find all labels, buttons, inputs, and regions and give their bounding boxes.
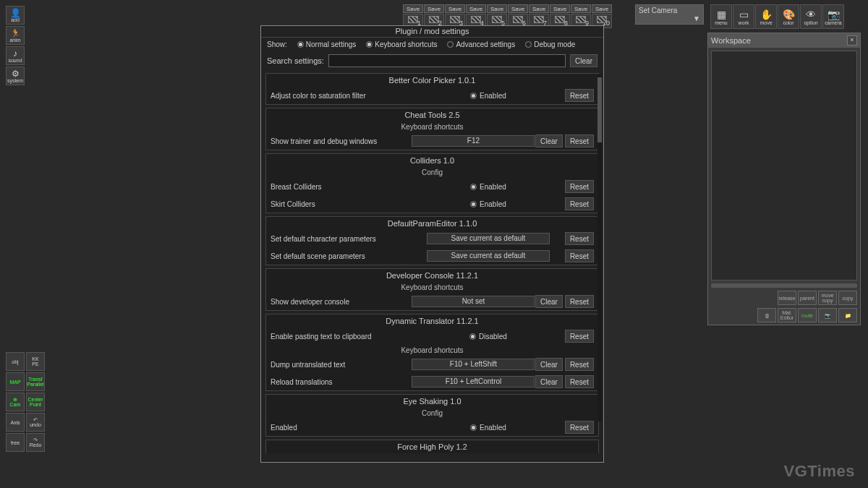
free-btn[interactable]: free	[6, 433, 25, 452]
setting-label: Skirt Colliders	[271, 200, 412, 208]
save-button-5[interactable]: Save	[487, 4, 507, 13]
setting-value[interactable]: Save current as default	[427, 233, 550, 244]
copy-tool[interactable]: copy	[838, 291, 857, 305]
save-button-9[interactable]: Save	[571, 4, 591, 13]
reset-button[interactable]: Reset	[565, 197, 594, 210]
center-point-btn[interactable]: Center Point	[26, 393, 45, 411]
setting-value[interactable]: F10 + LeftControl	[412, 376, 535, 388]
release-tool[interactable]: release	[778, 291, 796, 305]
save-button-1[interactable]: Save	[403, 4, 423, 13]
workspace-scrollbar[interactable]	[711, 283, 857, 288]
modal-scrollbar[interactable]	[597, 74, 602, 421]
camera-ws-tool[interactable]: 📷	[818, 308, 837, 322]
save-button-8[interactable]: Save	[550, 4, 570, 13]
radio-icon	[525, 41, 532, 48]
radio-icon	[470, 201, 477, 207]
color-btn[interactable]: 🎨color	[778, 4, 799, 29]
reset-button[interactable]: Reset	[565, 375, 594, 388]
add-tool[interactable]: 👤add	[6, 6, 25, 25]
camera-btn[interactable]: 📷camera	[822, 4, 844, 29]
mat-editor-tool[interactable]: Mat. Editor	[778, 308, 796, 322]
search-clear-button[interactable]: Clear	[570, 54, 597, 67]
reset-button[interactable]: Reset	[565, 358, 594, 371]
anim-tool-icon: 🏃	[10, 29, 21, 38]
clear-button[interactable]: Clear	[535, 295, 563, 308]
reset-button[interactable]: Reset	[565, 89, 594, 102]
move-copy-tool[interactable]: move copy	[818, 291, 837, 305]
move-btn[interactable]: ✋move	[755, 4, 777, 29]
set-camera-label: Set Camera	[639, 7, 700, 14]
redo-btn[interactable]: ↷ Redo	[26, 433, 45, 452]
map-btn[interactable]: MAP	[6, 372, 25, 391]
clapboard-icon	[408, 16, 418, 23]
obj-btn[interactable]: obj	[6, 352, 25, 371]
show-option-0[interactable]: Normal settings	[297, 40, 356, 48]
workspace-toolbar: releaseparentmove copycopy🗑Mat. Editorro…	[708, 289, 860, 325]
setting-value[interactable]: F12	[412, 135, 535, 147]
setting-row: Skirt CollidersEnabledReset	[266, 195, 598, 213]
clear-button[interactable]: Clear	[535, 134, 563, 147]
plugin-section: Developer Console 11.2.1Keyboard shortcu…	[265, 268, 599, 311]
sound-tool[interactable]: ♪sound	[6, 46, 25, 65]
work-btn-icon: ▭	[739, 9, 749, 20]
section-title: Force High Poly 1.2	[266, 440, 598, 453]
save-button-10[interactable]: Save	[592, 4, 612, 13]
work-btn[interactable]: ▭work	[733, 4, 754, 29]
setting-value[interactable]: F10 + LeftShift	[412, 359, 535, 370]
setting-label: Enabled	[271, 424, 412, 432]
reset-button[interactable]: Reset	[565, 134, 594, 147]
set-camera-dropdown[interactable]: Set Camera ▼	[635, 4, 704, 25]
route-tool[interactable]: route	[798, 308, 817, 322]
save-button-2[interactable]: Save	[424, 4, 444, 13]
reset-button[interactable]: Reset	[565, 180, 594, 193]
reset-button[interactable]: Reset	[565, 421, 594, 434]
clear-button[interactable]: Clear	[535, 375, 563, 388]
reset-button[interactable]: Reset	[565, 295, 594, 308]
save-button-3[interactable]: Save	[445, 4, 465, 13]
folder-tool[interactable]: 📁	[838, 308, 857, 322]
workspace-tree-area[interactable]	[711, 51, 857, 281]
clear-button[interactable]: Clear	[535, 358, 563, 371]
setting-value[interactable]: Not set	[412, 296, 535, 307]
setting-value[interactable]: Save current as default	[427, 250, 550, 262]
setting-label: Dump untranslated text	[271, 361, 412, 369]
menu-btn[interactable]: ▦menu	[710, 4, 732, 29]
reset-button[interactable]: Reset	[565, 232, 594, 245]
show-label: Show:	[267, 40, 287, 48]
anim-tool[interactable]: 🏃anim	[6, 26, 25, 45]
show-option-3[interactable]: Debug mode	[525, 40, 575, 48]
axis-btn[interactable]: Axis	[6, 413, 25, 432]
save-button-7[interactable]: Save	[529, 4, 549, 13]
section-subtitle: Config	[266, 408, 598, 419]
setting-label: Show trainer and debug windows	[271, 137, 412, 145]
color-btn-icon: 🎨	[783, 9, 795, 20]
save-button-6[interactable]: Save	[508, 4, 528, 13]
workspace-close-button[interactable]: ×	[847, 35, 857, 46]
parent-tool[interactable]: parent	[798, 291, 817, 305]
setting-label: Set default character parameters	[271, 235, 412, 243]
kkpe-btn[interactable]: KK PE	[26, 352, 45, 371]
radio-icon	[470, 93, 477, 99]
cam-btn[interactable]: ⊕ Cam	[6, 393, 25, 411]
left-toolbar: 👤add🏃anim♪sound⚙system	[6, 6, 25, 85]
show-filter-row: Show: Normal settingsKeyboard shortcutsA…	[261, 38, 603, 51]
transf-parallel-btn[interactable]: Transf Parallel	[26, 372, 45, 391]
reset-button[interactable]: Reset	[565, 249, 594, 262]
trash-tool[interactable]: 🗑	[757, 308, 776, 322]
left-toolbar-bottom: objKK PEMAPTransf Parallel⊕ CamCenter Po…	[6, 352, 45, 452]
save-button-4[interactable]: Save	[466, 4, 486, 13]
scrollbar-thumb[interactable]	[597, 77, 602, 142]
system-tool[interactable]: ⚙system	[6, 67, 25, 85]
workspace-panel: Workspace × releaseparentmove copycopy🗑M…	[707, 33, 861, 325]
clapboard-icon	[429, 16, 439, 23]
setting-row: Reload translationsF10 + LeftControlClea…	[266, 373, 598, 390]
option-btn[interactable]: 👁option	[800, 4, 822, 29]
show-option-1[interactable]: Keyboard shortcuts	[366, 40, 437, 48]
setting-label: Set default scene parameters	[271, 252, 412, 260]
show-option-2[interactable]: Advanced settings	[447, 40, 515, 48]
add-tool-icon: 👤	[10, 9, 21, 17]
search-input[interactable]	[328, 54, 566, 67]
reset-button[interactable]: Reset	[565, 330, 594, 343]
undo-btn[interactable]: ↶ undo	[26, 413, 45, 432]
clapboard-icon	[492, 16, 502, 23]
